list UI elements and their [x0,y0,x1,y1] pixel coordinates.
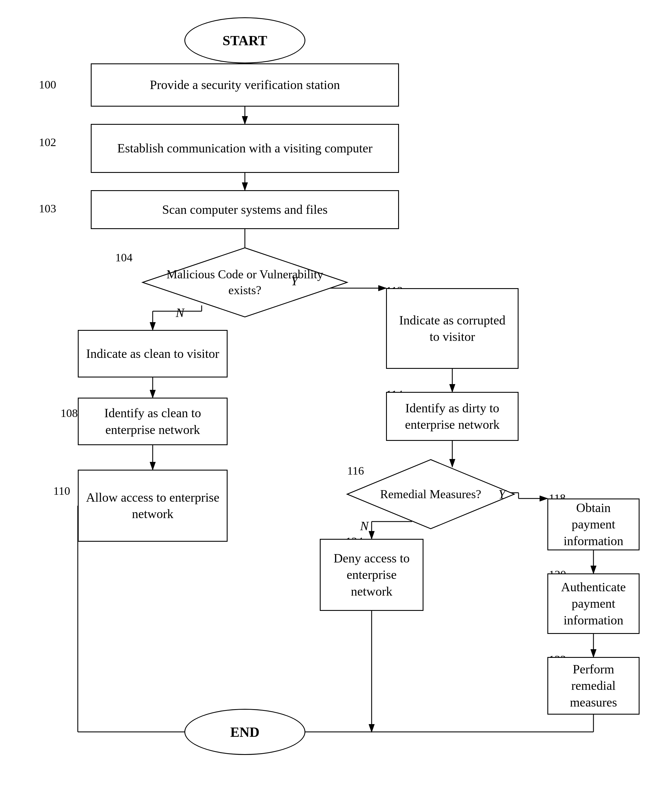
node-108-label: Identify as clean to enterprise network [84,405,221,438]
node-106: Indicate as clean to visitor [78,330,228,377]
node-114-label: Identify as dirty to enterprise network [393,400,512,433]
n-label-116: N [360,519,368,533]
node-108: Identify as clean to enterprise network [78,398,228,445]
end-node: END [184,709,305,755]
ref-104: 104 [115,251,133,264]
node-104-wrapper: Malicious Code or Vulnerability exists? [141,246,349,318]
y-label-104: Y [291,274,298,288]
node-118: Obtain payment information [547,499,639,550]
ref-116: 116 [347,464,364,477]
node-122: Perform remedial measures [547,657,639,715]
node-102: Establish communication with a visiting … [91,124,399,173]
node-124-label: Deny access to enterprise network [327,550,417,600]
node-124: Deny access to enterprise network [320,539,424,611]
ref-110: 110 [53,484,70,497]
node-103-label: Scan computer systems and files [162,202,328,218]
node-122-label: Perform remedial measures [554,661,633,710]
node-120-label: Authenticate payment information [554,579,633,628]
start-label: START [223,33,267,48]
ref-100: 100 [39,78,56,91]
node-103: Scan computer systems and files [91,190,399,229]
ref-102: 102 [39,135,56,149]
node-110-label: Allow access to enterprise network [84,489,221,522]
flowchart-diagram: START 100 Provide a security verificatio… [0,0,660,812]
node-118-label: Obtain payment information [554,500,633,549]
node-116-label: Remedial Measures? [363,467,498,521]
n-label-104: N [176,305,184,320]
node-112: Indicate as corrupted to visitor [386,288,519,369]
ref-103: 103 [39,202,56,215]
node-100-label: Provide a security verification station [150,77,340,93]
end-label: END [230,724,259,740]
node-106-label: Indicate as clean to visitor [86,345,219,362]
start-node: START [184,17,305,64]
node-100: Provide a security verification station [91,64,399,106]
node-112-label: Indicate as corrupted to visitor [393,312,512,345]
ref-108: 108 [60,406,78,420]
node-114: Identify as dirty to enterprise network [386,392,519,441]
node-104-label: Malicious Code or Vulnerability exists? [164,255,325,310]
node-110: Allow access to enterprise network [78,470,228,542]
node-120: Authenticate payment information [547,574,639,634]
y-label-116: Y [498,487,505,502]
node-116-wrapper: Remedial Measures? [346,458,516,530]
node-102-label: Establish communication with a visiting … [117,140,373,156]
